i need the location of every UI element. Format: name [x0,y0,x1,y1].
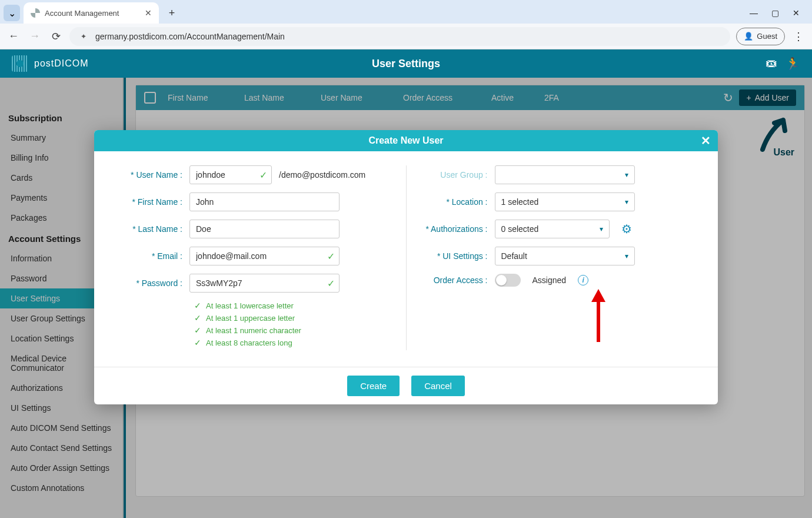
label-username: * User Name : [118,170,182,180]
label-uisettings: * UI Settings : [423,251,488,261]
browser-tab[interactable]: Account Management ✕ [24,2,159,24]
exit-icon[interactable]: 🏃 [786,57,800,71]
forward-icon[interactable]: → [27,30,42,42]
orderaccess-toggle[interactable] [495,274,521,287]
menu-icon[interactable]: ⋮ [791,30,806,43]
chevron-down-icon: ▾ [625,171,628,179]
chevron-down-icon: ▾ [625,198,628,206]
chevron-down-icon: ▾ [625,252,628,260]
authorizations-select[interactable]: 0 selected ▾ [495,220,610,238]
check-icon: ✓ [194,313,201,323]
user-icon: 👤 [744,32,753,41]
password-rule: ✓At least 1 lowercase letter [194,301,390,310]
check-icon: ✓ [259,170,267,181]
brand-logo[interactable]: postDICOM [12,55,89,72]
app-header: postDICOM User Settings 🎟 🏃 [0,49,812,78]
check-icon: ✓ [194,301,201,310]
label-orderaccess: Order Access : [423,275,488,285]
close-icon[interactable]: ✕ [145,8,152,18]
logo-icon [12,55,28,72]
label-email: * Email : [118,251,182,261]
info-icon[interactable]: i [578,275,588,285]
check-icon: ✓ [327,251,335,262]
check-icon: ✓ [327,278,335,289]
label-firstname: * First Name : [118,197,182,207]
email-input[interactable] [189,247,340,265]
check-icon: ✓ [194,338,201,347]
label-location: * Location : [423,197,488,207]
tab-search-button[interactable]: ⌄ [4,5,20,21]
tab-row: ⌄ Account Management ✕ + — ▢ ✕ [0,0,812,24]
url-text: germany.postdicom.com/AccountManagement/… [95,32,285,41]
label-usergroup: User Group : [423,170,488,180]
window-controls: — ▢ ✕ [750,8,808,18]
modal-left-column: * User Name : ✓ /demo@postdicom.com * Fi… [101,165,407,350]
profile-label: Guest [757,32,777,41]
label-lastname: * Last Name : [118,224,182,234]
uisettings-value: Default [501,251,527,261]
brand-text: postDICOM [34,58,89,69]
lastname-input[interactable] [189,220,340,238]
uisettings-select[interactable]: Default ▾ [495,247,635,265]
password-rule: ✓At least 8 characters long [194,338,390,347]
tab-title: Account Management [45,9,119,18]
site-info-icon[interactable]: ✦ [78,31,89,42]
url-bar[interactable]: ✦ germany.postdicom.com/AccountManagemen… [69,27,730,46]
password-rule: ✓At least 1 uppercase letter [194,313,390,323]
ticket-icon[interactable]: 🎟 [766,57,777,71]
authorizations-value: 0 selected [501,224,539,234]
profile-button[interactable]: 👤 Guest [736,28,785,45]
username-suffix: /demo@postdicom.com [279,170,365,180]
gear-icon[interactable]: ⚙ [621,222,632,236]
browser-chrome: ⌄ Account Management ✕ + — ▢ ✕ ← → ⟳ ✦ g… [0,0,812,49]
cancel-button[interactable]: Cancel [411,376,465,396]
annotation-arrow-icon [590,289,607,344]
label-password: * Password : [118,278,182,288]
password-input[interactable] [189,274,340,293]
modal-title: Create New User [368,135,443,146]
reload-icon[interactable]: ⟳ [48,30,64,43]
check-icon: ✓ [194,326,201,335]
chevron-down-icon: ⌄ [8,8,16,19]
chevron-down-icon: ▾ [600,225,603,233]
back-icon[interactable]: ← [6,30,21,42]
modal-header: Create New User ✕ [94,130,718,151]
maximize-icon[interactable]: ▢ [771,8,779,18]
label-authorizations: * Authorizations : [423,224,488,234]
close-window-icon[interactable]: ✕ [792,8,800,18]
create-user-modal: Create New User ✕ * User Name : ✓ /demo@… [94,130,718,404]
create-button[interactable]: Create [347,376,400,396]
password-rules: ✓At least 1 lowercase letter✓At least 1 … [194,301,390,347]
location-value: 1 selected [501,197,539,207]
minimize-icon[interactable]: — [750,8,758,18]
close-icon[interactable]: ✕ [701,134,711,148]
location-select[interactable]: 1 selected ▾ [495,192,635,211]
modal-right-column: User Group : ▾ * Location : 1 selected ▾… [407,165,711,350]
orderaccess-value: Assigned [533,275,567,285]
modal-footer: Create Cancel [94,367,718,404]
favicon-icon [31,8,40,18]
password-rule: ✓At least 1 numeric character [194,326,390,335]
page-title: User Settings [372,58,440,70]
new-tab-button[interactable]: + [164,5,180,21]
address-row: ← → ⟳ ✦ germany.postdicom.com/AccountMan… [0,24,812,49]
firstname-input[interactable] [189,192,340,211]
usergroup-select[interactable]: ▾ [495,165,635,184]
